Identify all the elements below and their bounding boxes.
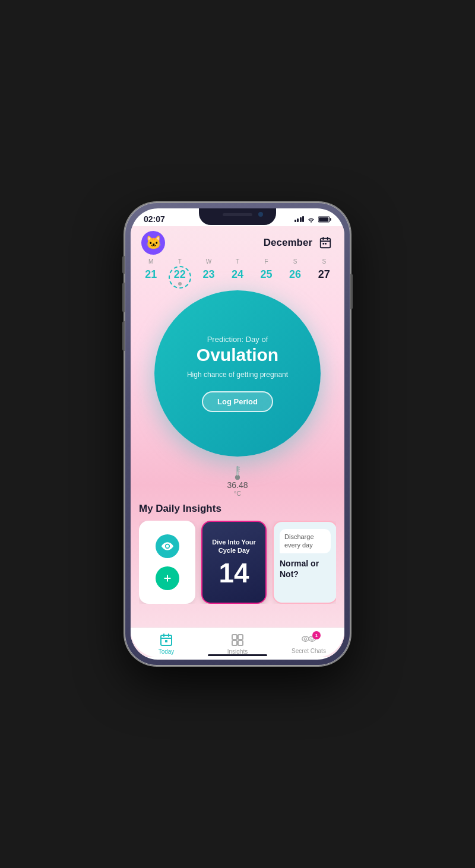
insights-title: My Daily Insights bbox=[139, 503, 336, 515]
nav-insights-icon bbox=[230, 633, 245, 647]
svg-rect-7 bbox=[322, 243, 324, 245]
nav-secret-chats[interactable]: 1 Secret Chats bbox=[273, 633, 344, 654]
circle-subtitle: High chance of getting pregnant bbox=[187, 370, 288, 380]
nav-today-label: Today bbox=[159, 648, 175, 655]
discharge-card[interactable]: Discharge every day Normal or Not? bbox=[273, 521, 336, 604]
battery-icon bbox=[318, 216, 331, 223]
secret-chats-badge: 1 bbox=[312, 631, 321, 639]
day-names: M T W T F S S bbox=[137, 258, 338, 265]
day-name-t1: T bbox=[166, 258, 195, 265]
svg-point-25 bbox=[304, 638, 306, 640]
cycle-day-card[interactable]: Dive Into Your Cycle Day 14 bbox=[201, 521, 267, 604]
svg-rect-21 bbox=[238, 635, 243, 639]
svg-rect-2 bbox=[319, 217, 328, 221]
volume-up-button bbox=[122, 283, 125, 312]
day-numbers: 21 22 23 24 25 26 27 bbox=[137, 267, 338, 287]
wifi-icon bbox=[307, 216, 315, 223]
circle-prediction-label: Prediction: Day of bbox=[207, 335, 268, 344]
svg-point-10 bbox=[235, 475, 240, 480]
temperature-unit: °C bbox=[234, 490, 241, 497]
add-icon bbox=[163, 574, 172, 583]
main-circle-container: Prediction: Day of Ovulation High chance… bbox=[131, 290, 344, 462]
today-dot bbox=[178, 282, 182, 286]
svg-rect-1 bbox=[330, 218, 331, 220]
secret-chats-badge-container: 1 bbox=[300, 633, 317, 647]
day-name-w: W bbox=[194, 258, 223, 265]
avatar[interactable]: 🐱 bbox=[141, 231, 165, 255]
avatar-cat-icon: 🐱 bbox=[145, 235, 162, 251]
svg-rect-19 bbox=[165, 640, 167, 642]
camera bbox=[258, 212, 263, 217]
signal-icon bbox=[294, 216, 305, 222]
svg-rect-23 bbox=[238, 641, 243, 645]
discharge-subtitle: Normal or Not? bbox=[280, 558, 331, 579]
power-button bbox=[350, 274, 353, 309]
svg-rect-8 bbox=[325, 243, 327, 245]
day-24[interactable]: 24 bbox=[223, 267, 252, 287]
day-name-s1: S bbox=[281, 258, 310, 265]
eye-icon-circle bbox=[156, 534, 179, 558]
nav-insights[interactable]: Insights bbox=[202, 633, 273, 655]
home-indicator bbox=[208, 654, 267, 656]
notch bbox=[199, 208, 276, 225]
calendar-icon bbox=[319, 236, 332, 249]
nav-today[interactable]: Today bbox=[131, 633, 202, 655]
month-label: December bbox=[264, 237, 312, 249]
svg-rect-20 bbox=[232, 635, 237, 639]
log-period-button[interactable]: Log Period bbox=[202, 391, 273, 412]
header-right: December bbox=[264, 235, 334, 251]
day-25[interactable]: 25 bbox=[252, 267, 281, 287]
circle-ovulation-title: Ovulation bbox=[197, 345, 278, 365]
main-circle: Prediction: Day of Ovulation High chance… bbox=[154, 290, 321, 457]
svg-rect-22 bbox=[232, 641, 237, 645]
day-name-t2: T bbox=[223, 258, 252, 265]
status-time: 02:07 bbox=[144, 214, 165, 224]
day-name-f: F bbox=[252, 258, 281, 265]
calendar-week: M T W T F S S 21 22 23 24 25 bbox=[131, 258, 344, 290]
app-content: 🐱 December bbox=[131, 226, 344, 657]
day-name-s2: S bbox=[309, 258, 338, 265]
insights-section: My Daily Insights bbox=[131, 503, 344, 604]
day-26[interactable]: 26 bbox=[281, 267, 310, 287]
day-23[interactable]: 23 bbox=[194, 267, 223, 287]
nav-today-icon bbox=[159, 633, 173, 647]
volume-down-button bbox=[122, 321, 125, 351]
svg-point-24 bbox=[302, 636, 309, 641]
mute-button bbox=[122, 256, 125, 274]
calendar-icon-button[interactable] bbox=[317, 235, 334, 251]
day-27[interactable]: 27 bbox=[309, 267, 338, 287]
day-21[interactable]: 21 bbox=[137, 267, 166, 287]
phone-frame: 02:07 bbox=[125, 202, 350, 666]
app-header: 🐱 December bbox=[131, 226, 344, 258]
temperature-value: 36.48 bbox=[227, 480, 248, 490]
speaker bbox=[223, 213, 252, 216]
day-22-today[interactable]: 22 bbox=[166, 267, 195, 287]
phone-screen: 02:07 bbox=[131, 208, 344, 660]
add-icon-circle[interactable] bbox=[156, 566, 179, 590]
nav-secret-chats-label: Secret Chats bbox=[292, 648, 326, 654]
insights-add-card[interactable] bbox=[139, 521, 195, 604]
cycle-day-number: 14 bbox=[218, 559, 249, 587]
bottom-nav: Today Insights bbox=[131, 628, 344, 657]
day-name-m: M bbox=[137, 258, 166, 265]
discharge-bubble: Discharge every day bbox=[280, 529, 331, 553]
eye-icon bbox=[162, 542, 173, 550]
status-icons bbox=[294, 216, 332, 223]
thermometer-icon bbox=[233, 465, 242, 480]
temperature-section: 36.48 °C bbox=[131, 462, 344, 503]
insights-cards: Dive Into Your Cycle Day 14 Discharge ev… bbox=[139, 521, 336, 604]
svg-rect-11 bbox=[237, 471, 238, 476]
cycle-day-title: Dive Into Your Cycle Day bbox=[207, 538, 261, 555]
